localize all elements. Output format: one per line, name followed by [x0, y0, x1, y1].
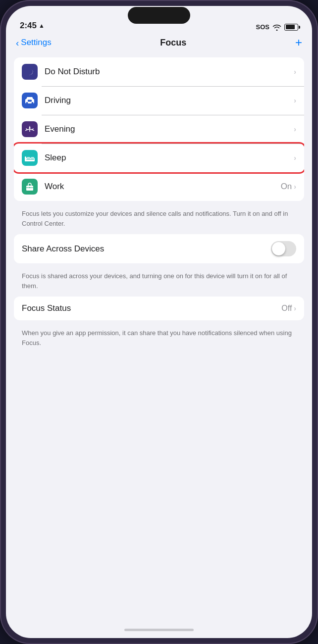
sos-label: SOS	[256, 23, 269, 31]
home-indicator	[6, 621, 312, 638]
share-across-devices-label: Share Across Devices	[22, 244, 104, 254]
svg-rect-3	[28, 100, 32, 102]
focus-item-evening[interactable]: Evening ›	[14, 115, 304, 144]
sleep-row-wrapper: Sleep ›	[14, 144, 304, 172]
driving-icon	[22, 93, 38, 108]
work-status: On ›	[281, 182, 296, 192]
location-icon: ▲	[39, 22, 45, 29]
driving-label: Driving	[45, 96, 294, 105]
share-across-devices-toggle[interactable]	[271, 241, 296, 256]
chevron-right-icon: ›	[294, 304, 296, 312]
content-area: Do Not Disturb ›	[6, 54, 312, 621]
phone-screen: 2:45 ▲ SOS	[6, 6, 312, 638]
work-label: Work	[45, 182, 281, 192]
chevron-right-icon: ›	[294, 154, 296, 162]
share-across-devices-row[interactable]: Share Across Devices	[14, 234, 304, 263]
evening-icon	[22, 121, 38, 137]
work-status-label: On	[281, 182, 292, 192]
svg-line-6	[32, 129, 33, 130]
svg-rect-14	[29, 187, 30, 188]
svg-rect-8	[25, 156, 26, 161]
svg-line-5	[26, 129, 27, 130]
battery-icon	[284, 24, 298, 31]
focus-status-description: When you give an app permission, it can …	[14, 324, 304, 353]
status-time: 2:45 ▲	[20, 21, 45, 31]
share-across-devices-description: Focus is shared across your devices, and…	[14, 267, 304, 297]
focus-item-do-not-disturb[interactable]: Do Not Disturb ›	[14, 57, 304, 86]
back-chevron-icon: ‹	[16, 38, 19, 48]
nav-bar: ‹ Settings Focus +	[6, 35, 312, 54]
chevron-right-icon: ›	[294, 183, 296, 191]
add-button[interactable]: +	[295, 37, 302, 49]
work-icon	[22, 179, 38, 195]
wifi-icon	[272, 24, 281, 31]
chevron-right-icon: ›	[294, 125, 296, 133]
chevron-right-icon: ›	[294, 97, 296, 104]
chevron-right-icon: ›	[294, 68, 296, 76]
svg-point-1	[26, 102, 28, 104]
focus-item-sleep[interactable]: Sleep ›	[14, 144, 304, 172]
focus-status-right: Off ›	[281, 304, 296, 313]
svg-rect-11	[26, 159, 34, 160]
time-display: 2:45	[20, 21, 37, 31]
focus-list: Do Not Disturb ›	[14, 57, 304, 201]
focus-description: Focus lets you customize your devices an…	[14, 205, 304, 234]
svg-point-2	[32, 102, 34, 104]
do-not-disturb-label: Do Not Disturb	[45, 67, 294, 77]
focus-status-label: Focus Status	[22, 303, 71, 313]
status-right: SOS	[256, 23, 298, 31]
battery-fill	[286, 25, 295, 29]
evening-label: Evening	[45, 124, 294, 134]
focus-status-value: Off	[281, 304, 292, 313]
phone-shell: 2:45 ▲ SOS	[0, 0, 318, 644]
back-label: Settings	[21, 38, 51, 48]
toggle-knob	[272, 242, 285, 255]
focus-item-work[interactable]: Work On ›	[14, 172, 304, 201]
page-title: Focus	[160, 38, 186, 48]
focus-item-driving[interactable]: Driving ›	[14, 86, 304, 115]
home-bar	[124, 629, 194, 631]
dynamic-island	[128, 7, 190, 24]
do-not-disturb-icon	[22, 64, 38, 80]
back-button[interactable]: ‹ Settings	[16, 38, 52, 48]
sleep-label: Sleep	[45, 153, 294, 163]
focus-status-row[interactable]: Focus Status Off ›	[14, 297, 304, 320]
sleep-icon	[22, 150, 38, 166]
